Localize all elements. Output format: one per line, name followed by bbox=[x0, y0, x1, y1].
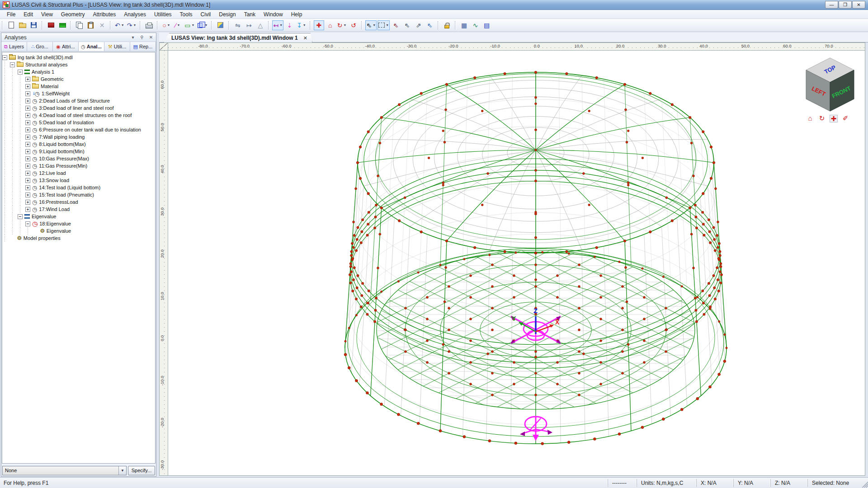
menu-design[interactable]: Design bbox=[215, 10, 240, 19]
close-button[interactable]: ✕ bbox=[852, 1, 865, 9]
tree-item[interactable]: +◷4:Dead load of steel structures on the… bbox=[2, 112, 155, 119]
menu-file[interactable]: File bbox=[3, 10, 19, 19]
expand-box-icon[interactable]: + bbox=[25, 207, 30, 212]
menu-window[interactable]: Window bbox=[259, 10, 287, 19]
panel-tab-layers[interactable]: ⧉Layers bbox=[1, 42, 27, 51]
select-cursor-button[interactable]: ⇖▼ bbox=[365, 20, 377, 30]
menu-view[interactable]: View bbox=[37, 10, 57, 19]
save-button[interactable] bbox=[28, 20, 39, 30]
dropdown-arrow-icon[interactable]: ▼ bbox=[344, 23, 347, 27]
home-view-icon[interactable]: ⌂ bbox=[806, 115, 814, 122]
menu-geometry[interactable]: Geometry bbox=[57, 10, 89, 19]
select-rotate-button[interactable]: ⇗ bbox=[413, 20, 424, 30]
tree-item[interactable]: +◷13:Snow load bbox=[2, 177, 155, 184]
dropdown-arrow-icon[interactable]: ▼ bbox=[133, 23, 136, 27]
model-canvas[interactable]: ZYX TOP LEFT FRONT ⌂ ↻ ✚ ✐ bbox=[168, 51, 865, 476]
panel-pin-icon[interactable]: ⚲ bbox=[139, 35, 145, 40]
menu-attributes[interactable]: Attributes bbox=[89, 10, 120, 19]
tree-item[interactable]: +◷8:Liquid bottom(Max) bbox=[2, 141, 155, 148]
expand-box-icon[interactable]: + bbox=[25, 171, 30, 176]
menu-civil[interactable]: Civil bbox=[197, 10, 215, 19]
expand-box-icon[interactable]: + bbox=[25, 106, 30, 111]
tree-item[interactable]: +◷17:Wind Load bbox=[2, 206, 155, 213]
dynamic-zoom-icon[interactable]: ✐ bbox=[841, 115, 849, 122]
dropdown-arrow-icon[interactable]: ▼ bbox=[373, 23, 376, 27]
collapse-box-icon[interactable]: − bbox=[2, 55, 7, 60]
rotate-view-button[interactable]: ↻▼ bbox=[336, 20, 348, 30]
copy-button[interactable] bbox=[74, 20, 85, 30]
expand-box-icon[interactable]: + bbox=[25, 127, 30, 132]
sweep-button[interactable]: △ bbox=[255, 20, 265, 30]
expand-box-icon[interactable]: + bbox=[25, 200, 30, 205]
tree-item[interactable]: +⇓◷1:SelfWeight bbox=[2, 90, 155, 97]
undo-button[interactable]: ↶▼ bbox=[114, 20, 125, 30]
panel-tab-groups[interactable]: ∴Gro... bbox=[27, 42, 53, 51]
tree-item[interactable]: +◷16:PrestressLoad bbox=[2, 198, 155, 206]
volume-tool-button[interactable]: ▼ bbox=[197, 20, 209, 30]
tree-item[interactable]: −lng tank 3d shell(3D).mdl bbox=[2, 54, 155, 61]
expand-box-icon[interactable]: + bbox=[25, 142, 30, 147]
menu-help[interactable]: Help bbox=[287, 10, 307, 19]
tree-item[interactable]: −◷18:Eigenvalue bbox=[2, 220, 155, 227]
collapse-box-icon[interactable]: − bbox=[10, 62, 15, 67]
menu-tank[interactable]: Tank bbox=[240, 10, 259, 19]
tree-item[interactable]: +◷5:Dead load of Insulation bbox=[2, 119, 155, 126]
specify-button[interactable]: Specify... bbox=[128, 466, 155, 475]
tree-item[interactable]: ⚙Model properties bbox=[2, 235, 155, 242]
grid-view-button[interactable]: ▦ bbox=[459, 20, 469, 30]
tree-item[interactable]: ⚙Eigenvalue bbox=[2, 227, 155, 235]
layers-button[interactable] bbox=[57, 20, 67, 30]
expand-box-icon[interactable]: + bbox=[25, 135, 30, 140]
menu-utilities[interactable]: Utilities bbox=[150, 10, 176, 19]
select-add-button[interactable]: ⇖ bbox=[425, 20, 435, 30]
expand-box-icon[interactable]: + bbox=[25, 99, 30, 103]
panel-tab-utilities[interactable]: ⚒Utili... bbox=[104, 42, 130, 51]
dropdown-arrow-icon[interactable]: ▼ bbox=[167, 23, 170, 27]
select-drag-button[interactable]: ⇖ bbox=[402, 20, 412, 30]
expand-box-icon[interactable]: + bbox=[25, 178, 30, 183]
model-properties-button[interactable] bbox=[46, 20, 56, 30]
expand-box-icon[interactable]: + bbox=[25, 77, 30, 82]
dropdown-arrow-icon[interactable]: ▼ bbox=[177, 23, 180, 27]
tree-item[interactable]: −Analysis 1 bbox=[2, 68, 155, 75]
tree-item[interactable]: +◷7:Wall piping loading bbox=[2, 133, 155, 141]
combo-dropdown-icon[interactable]: ▼ bbox=[118, 466, 126, 475]
tree-item[interactable]: +◷6:Pressure on outer tank wall due to i… bbox=[2, 126, 155, 133]
minimize-button[interactable]: — bbox=[825, 1, 838, 9]
expand-box-icon[interactable]: + bbox=[25, 84, 30, 89]
tree-item[interactable]: +◷3:Dead load of liner and steel roof bbox=[2, 104, 155, 112]
collapse-box-icon[interactable]: − bbox=[18, 214, 23, 219]
dynamic-rotate-button[interactable]: ↺ bbox=[348, 20, 359, 30]
panel-tab-analyses[interactable]: ◷Anal... bbox=[79, 42, 104, 51]
expand-box-icon[interactable]: + bbox=[25, 192, 30, 197]
tree-item[interactable]: +◷14:Test load (Liquid bottom) bbox=[2, 184, 155, 191]
print-button[interactable] bbox=[144, 20, 154, 30]
dropdown-arrow-icon[interactable]: ▼ bbox=[205, 23, 208, 27]
tree-item[interactable]: +Geometric bbox=[2, 75, 155, 83]
selection-box-button[interactable]: ▼ bbox=[377, 20, 390, 30]
image-wizard-button[interactable] bbox=[215, 20, 226, 30]
tree-item[interactable]: +◷15:Test load (Pneumatic) bbox=[2, 191, 155, 198]
move-copy-button[interactable]: ↦ bbox=[244, 20, 254, 30]
tree-item[interactable]: +◷9:Liquid bottom(Min) bbox=[2, 148, 155, 155]
menu-analyses[interactable]: Analyses bbox=[120, 10, 150, 19]
attribute-assign-button[interactable]: ↤▼ bbox=[272, 20, 283, 30]
tree-item[interactable]: +◷10:Gas Pressure(Max) bbox=[2, 155, 155, 162]
expand-box-icon[interactable]: + bbox=[25, 149, 30, 154]
menu-tools[interactable]: Tools bbox=[176, 10, 197, 19]
pan-view-icon[interactable]: ✚ bbox=[830, 115, 838, 122]
tree-item[interactable]: +◷11:Gas Pressure(Min) bbox=[2, 162, 155, 169]
dropdown-arrow-icon[interactable]: ▼ bbox=[279, 23, 283, 27]
home-view-button[interactable]: ⌂ bbox=[325, 20, 335, 30]
target-combo[interactable]: None ▼ bbox=[2, 466, 127, 475]
collapse-box-icon[interactable]: − bbox=[18, 70, 23, 75]
panel-dropdown-icon[interactable]: ▾ bbox=[130, 35, 136, 40]
graph-wizard-button[interactable]: ∿ bbox=[470, 20, 481, 30]
new-button[interactable] bbox=[6, 20, 16, 30]
tree-item[interactable]: −Eigenvalue bbox=[2, 213, 155, 220]
pan-button[interactable]: ✚ bbox=[314, 20, 324, 30]
resize-grip[interactable] bbox=[862, 479, 868, 488]
tree-item[interactable]: +◷12:Live load bbox=[2, 169, 155, 177]
collapse-box-icon[interactable]: − bbox=[25, 221, 30, 226]
report-button[interactable]: ▤ bbox=[481, 20, 492, 30]
